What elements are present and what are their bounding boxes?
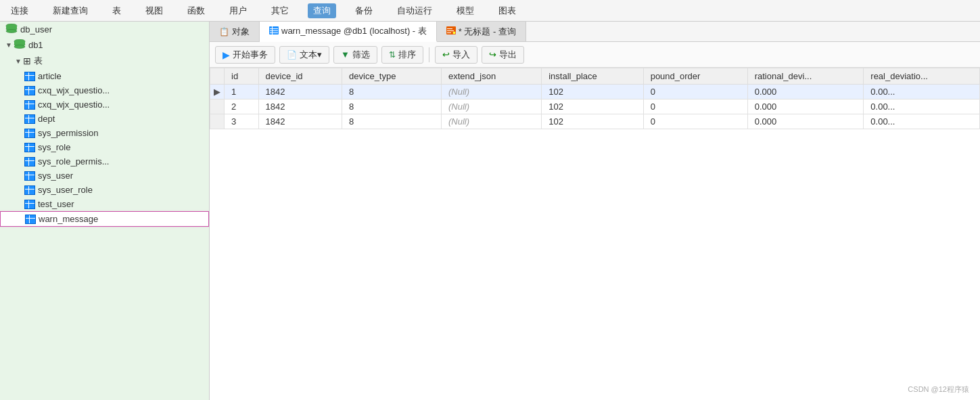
svg-rect-13	[447, 30, 454, 31]
th-indicator	[210, 68, 225, 85]
menu-item-zdyx[interactable]: 自动运行	[392, 3, 438, 18]
sidebar-label-sys_user: sys_user	[38, 171, 73, 181]
sidebar-label-db_user: db_user	[20, 24, 52, 35]
tab-query-label: * 无标题 - 查询	[459, 26, 516, 38]
menu-item-xjcx[interactable]: 新建查询	[47, 3, 93, 18]
filter-icon: ▼	[341, 49, 350, 60]
menu-item-yh[interactable]: 用户	[224, 3, 252, 18]
menu-item-hs[interactable]: 函数	[182, 3, 210, 18]
table-icon-sys_user	[24, 171, 35, 181]
tab-table-icon	[269, 26, 279, 37]
sidebar-item-test_user[interactable]: test_user	[0, 197, 209, 211]
menu-item-bf[interactable]: 备份	[350, 3, 378, 18]
svg-point-5	[14, 45, 25, 49]
tab-object[interactable]: 📋 对象	[210, 22, 260, 41]
th-device_type[interactable]: device_type	[342, 68, 442, 85]
td-id-3: 3	[225, 114, 259, 129]
td-pound_order-3: 0	[643, 114, 747, 129]
sidebar-item-article[interactable]: article	[0, 69, 209, 83]
tab-query-icon	[446, 26, 456, 37]
sidebar-label-cxq1: cxq_wjx_questio...	[38, 85, 110, 95]
th-pound_order[interactable]: pound_order	[643, 68, 747, 85]
btn-begin-transaction[interactable]: ▶ 开始事务	[215, 46, 275, 64]
table-icon-sys_role_permis	[24, 157, 35, 166]
th-device_id[interactable]: device_id	[258, 68, 342, 85]
th-extend_json[interactable]: extend_json	[442, 68, 542, 85]
svg-rect-4	[14, 41, 25, 44]
sidebar-item-db1[interactable]: ▼ db1	[0, 37, 209, 53]
table-icon-sys_permission	[24, 129, 35, 138]
menu-item-mx[interactable]: 模型	[451, 3, 480, 18]
tab-table-label: warn_message @db1 (localhost) - 表	[281, 25, 427, 37]
btn-sort-label: 排序	[398, 49, 416, 61]
data-table-container: id device_id device_type extend_json ins…	[210, 68, 980, 400]
btn-text-label: 文本▾	[300, 49, 322, 61]
toolbar-separator	[429, 47, 429, 62]
sidebar-item-sys_user_role[interactable]: sys_user_role	[0, 183, 209, 197]
btn-import[interactable]: ↩ 导入	[435, 46, 477, 64]
menu-bar: 连接 新建查询 表 视图 函数 用户 其它 查询 备份 自动运行 模型 图表	[0, 0, 980, 22]
menu-item-lj[interactable]: 连接	[5, 3, 34, 18]
db-icon-db1	[14, 39, 26, 51]
table-icon-article	[24, 72, 35, 81]
th-install_place[interactable]: install_place	[542, 68, 643, 85]
svg-rect-12	[447, 28, 452, 29]
sidebar-item-sys_user[interactable]: sys_user	[0, 169, 209, 183]
db-icon	[5, 24, 18, 35]
sidebar-label-dept: dept	[38, 114, 55, 124]
menu-item-tb[interactable]: 图表	[493, 3, 521, 18]
sidebar-label-sys_permission: sys_permission	[38, 128, 99, 138]
btn-filter[interactable]: ▼ 筛选	[333, 46, 377, 64]
menu-item-qt[interactable]: 其它	[266, 3, 294, 18]
btn-import-label: 导入	[452, 49, 470, 61]
sidebar-label-test_user: test_user	[38, 199, 74, 209]
td-real_deviatio-1: 0.00...	[864, 85, 980, 99]
sidebar-item-cxq1[interactable]: cxq_wjx_questio...	[0, 83, 209, 97]
sidebar-item-dept[interactable]: dept	[0, 112, 209, 126]
menu-item-st[interactable]: 视图	[140, 3, 168, 18]
td-device_id-2: 1842	[258, 99, 342, 114]
btn-sort[interactable]: ⇅ 排序	[381, 46, 423, 64]
text-icon: 📄	[287, 50, 297, 60]
table-icon-warn_message	[25, 215, 36, 224]
begin-transaction-icon: ▶	[223, 49, 230, 60]
sidebar-label-warn_message: warn_message	[39, 214, 98, 224]
sidebar-label-sys_role: sys_role	[38, 142, 70, 152]
table-row[interactable]: 3 1842 8 (Null) 102 0 0.000 0.00...	[210, 114, 980, 129]
sidebar-item-tables-folder[interactable]: ▼ ⊞ 表	[0, 53, 209, 69]
table-row[interactable]: 2 1842 8 (Null) 102 0 0.000 0.00...	[210, 99, 980, 114]
th-real_deviatio[interactable]: real_deviatio...	[864, 68, 980, 85]
table-row[interactable]: ▶ 1 1842 8 (Null) 102 0 0.000 0.00...	[210, 85, 980, 99]
sidebar-item-db_user[interactable]: db_user	[0, 22, 209, 37]
table-header-row: id device_id device_type extend_json ins…	[210, 68, 980, 85]
menu-item-cx[interactable]: 查询	[308, 3, 336, 18]
tab-table-view[interactable]: warn_message @db1 (localhost) - 表	[260, 22, 437, 42]
sidebar-item-cxq2[interactable]: cxq_wjx_questio...	[0, 97, 209, 112]
td-extend_json-3: (Null)	[442, 114, 542, 129]
td-extend_json-1: (Null)	[442, 85, 542, 99]
td-device_type-1: 8	[342, 85, 442, 99]
data-table: id device_id device_type extend_json ins…	[210, 68, 980, 129]
td-rational_devi-2: 0.000	[747, 99, 864, 114]
td-indicator-3	[210, 114, 225, 129]
tab-query[interactable]: * 无标题 - 查询	[437, 22, 526, 41]
menu-item-b[interactable]: 表	[107, 3, 126, 18]
td-pound_order-2: 0	[643, 99, 747, 114]
svg-rect-10	[272, 26, 273, 35]
td-real_deviatio-3: 0.00...	[864, 114, 980, 129]
td-extend_json-2: (Null)	[442, 99, 542, 114]
sidebar-item-sys_role[interactable]: sys_role	[0, 140, 209, 154]
watermark: CSDN @12程序猿	[908, 384, 969, 395]
th-id[interactable]: id	[225, 68, 259, 85]
th-rational_devi[interactable]: rational_devi...	[747, 68, 864, 85]
sidebar-item-sys_permission[interactable]: sys_permission	[0, 126, 209, 140]
svg-rect-1	[6, 26, 17, 28]
sidebar-item-sys_role_permis[interactable]: sys_role_permis...	[0, 154, 209, 169]
sidebar-label-tables: 表	[34, 55, 43, 67]
folder-icon: ⊞	[23, 55, 31, 66]
btn-export[interactable]: ↪ 导出	[482, 46, 524, 64]
btn-text[interactable]: 📄 文本▾	[279, 46, 329, 64]
svg-point-2	[6, 30, 17, 33]
import-icon: ↩	[442, 49, 450, 60]
sidebar-item-warn_message[interactable]: warn_message	[0, 211, 209, 227]
